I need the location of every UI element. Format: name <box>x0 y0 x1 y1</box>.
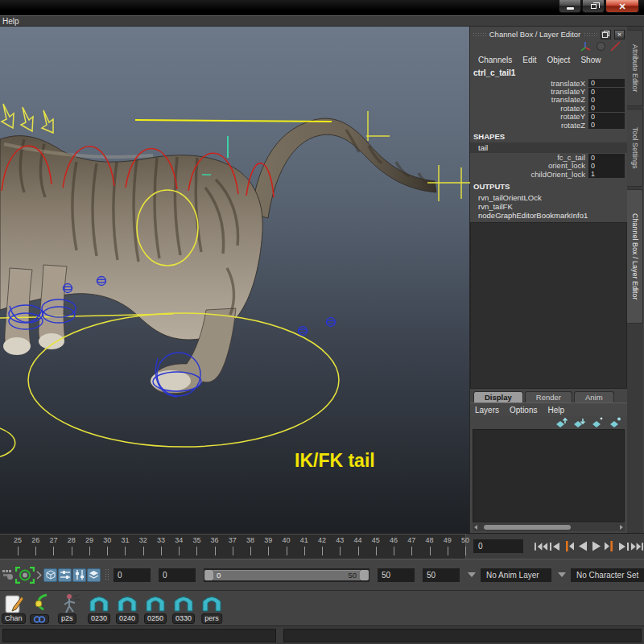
scroll-right-icon[interactable] <box>620 525 623 530</box>
horizontal-sliders-toggle-button[interactable] <box>58 568 72 582</box>
layer-list-scrollbar[interactable] <box>473 523 625 531</box>
chevron-down-icon[interactable] <box>558 572 566 577</box>
attribute-value-field[interactable]: 0 <box>588 104 625 112</box>
go-to-end-button[interactable] <box>630 539 644 555</box>
range-end-handle[interactable] <box>360 570 369 580</box>
playback-end-field[interactable]: 50 <box>378 568 415 582</box>
range-bar[interactable]: 0 50 <box>213 570 360 580</box>
cube-toggle-button[interactable] <box>43 568 57 582</box>
timeline-frame-number[interactable]: 43 <box>336 536 344 544</box>
attribute-value-field[interactable]: 0 <box>588 88 625 96</box>
keyframe-grid-icon[interactable] <box>2 569 14 580</box>
chevron-down-icon[interactable] <box>468 572 476 577</box>
timeline-frame-number[interactable]: 41 <box>300 536 308 544</box>
timeline-frame-number[interactable]: 28 <box>68 536 76 544</box>
shape-node-row[interactable]: tail <box>470 142 627 153</box>
tab-display[interactable]: Display <box>473 391 523 402</box>
shelf-item-bookmark-pers[interactable]: pers <box>199 592 225 625</box>
camera-bracket-icon[interactable] <box>15 567 35 584</box>
corner-arc-control[interactable] <box>0 427 15 458</box>
expand-arrow-icon[interactable] <box>36 571 42 580</box>
tab-attribute-editor[interactable]: Attribute Editor <box>627 30 643 106</box>
shelf-item-chan[interactable]: Chan <box>2 592 27 625</box>
menu-options[interactable]: Options <box>510 406 537 415</box>
title-bar[interactable]: ✕ <box>0 0 644 15</box>
shelf-item-bookmark-0250[interactable]: 0250 <box>142 592 168 625</box>
timeline-frame-number[interactable]: 37 <box>229 536 237 544</box>
arrow-controls[interactable] <box>2 104 53 133</box>
attribute-value-field[interactable]: 0 <box>588 154 625 162</box>
attribute-value-field[interactable]: 0 <box>588 113 625 121</box>
axis-gizmo-icon[interactable] <box>580 41 592 52</box>
timeline-frame-number[interactable]: 47 <box>407 536 415 544</box>
playback-range-slider[interactable]: 0 50 <box>204 568 369 582</box>
animation-end-field[interactable]: 50 <box>423 568 460 582</box>
timeline-frame-number[interactable]: 34 <box>175 536 183 544</box>
play-backwards-button[interactable] <box>576 539 589 555</box>
timeline-frame-number[interactable]: 40 <box>283 536 291 544</box>
timeline-frame-number[interactable]: 49 <box>444 536 452 544</box>
play-forwards-button[interactable] <box>589 539 603 555</box>
float-panel-button[interactable] <box>601 30 611 39</box>
vertical-sliders-toggle-button[interactable] <box>72 568 86 582</box>
move-layer-up-icon[interactable] <box>555 417 568 427</box>
create-empty-layer-icon[interactable] <box>591 417 604 427</box>
tab-anim[interactable]: Anim <box>574 391 614 402</box>
timeline-frame-number[interactable]: 48 <box>426 536 434 544</box>
timeline-frame-number[interactable]: 32 <box>139 536 147 544</box>
step-back-key-button[interactable] <box>562 539 576 555</box>
drag-grip-icon[interactable] <box>473 32 486 37</box>
range-start-handle[interactable] <box>204 570 213 580</box>
scroll-left-icon[interactable] <box>474 525 477 530</box>
attribute-value-field[interactable]: 0 <box>588 121 625 129</box>
output-node[interactable]: nodeGraphEditorBookmarkInfo1 <box>470 209 627 218</box>
channel-box-header[interactable]: Channel Box / Layer Editor × <box>470 27 627 40</box>
attribute-value-field[interactable]: 1 <box>588 170 625 178</box>
command-input[interactable] <box>2 629 276 642</box>
output-node[interactable]: rvn_tailFK <box>470 200 627 209</box>
shelf-item-bookmark-0240[interactable]: 0240 <box>114 592 140 625</box>
close-button[interactable]: ✕ <box>605 0 639 13</box>
attribute-value-field[interactable]: 0 <box>588 96 625 104</box>
output-node[interactable]: rvn_tailOrientLOck <box>470 192 627 200</box>
restore-button[interactable] <box>582 0 605 13</box>
menu-channels[interactable]: Channels <box>478 56 512 64</box>
tab-tool-settings[interactable]: Tool Settings <box>627 109 643 187</box>
timeline-frame-number[interactable]: 42 <box>318 536 326 544</box>
timeline-frame-number[interactable]: 30 <box>103 536 111 544</box>
timeline-frame-number[interactable]: 35 <box>192 536 200 544</box>
anim-layer-dropdown[interactable]: No Anim Layer <box>481 568 551 582</box>
menu-help[interactable]: Help <box>547 406 564 415</box>
minimize-button[interactable] <box>559 0 581 13</box>
character-set-dropdown[interactable]: No Character Set <box>571 568 644 582</box>
current-frame-field[interactable]: 0 <box>473 539 523 553</box>
shelf-item-bookmark-0230[interactable]: 0230 <box>86 592 112 625</box>
menu-show[interactable]: Show <box>580 56 601 64</box>
timeline-frame-number[interactable]: 46 <box>390 536 398 544</box>
scrollbar-thumb[interactable] <box>484 525 571 530</box>
shelf-item-connect[interactable] <box>30 592 56 625</box>
tail-line-control[interactable] <box>135 120 332 122</box>
step-back-frame-button[interactable] <box>548 539 562 555</box>
sphere-icon[interactable] <box>596 41 606 52</box>
timeline-frame-number[interactable]: 36 <box>211 536 219 544</box>
move-layer-down-icon[interactable] <box>573 417 586 427</box>
playback-start-field[interactable]: 0 <box>159 568 196 582</box>
shelf-item-bookmark-0330[interactable]: 0330 <box>171 592 196 625</box>
step-forward-frame-button[interactable] <box>617 539 630 555</box>
step-forward-key-button[interactable] <box>603 539 617 555</box>
menu-edit[interactable]: Edit <box>522 56 536 64</box>
menu-layers[interactable]: Layers <box>475 406 499 415</box>
menu-help[interactable]: Help <box>2 17 19 26</box>
timeline-frame-number[interactable]: 25 <box>14 536 22 544</box>
go-to-start-button[interactable] <box>535 539 548 555</box>
shelf-item-p2s[interactable]: p2s <box>58 592 84 625</box>
timeline-frame-number[interactable]: 31 <box>121 536 129 544</box>
attribute-value-field[interactable]: 0 <box>588 79 625 87</box>
timeline-frame-number[interactable]: 27 <box>49 536 57 544</box>
line-icon[interactable] <box>610 41 621 52</box>
layers-toggle-button[interactable] <box>87 568 101 582</box>
layer-list[interactable] <box>473 429 625 522</box>
timeline-frame-number[interactable]: 29 <box>85 536 93 544</box>
tab-channel-box-layer-editor[interactable]: Channel Box / Layer Editor <box>627 189 643 324</box>
